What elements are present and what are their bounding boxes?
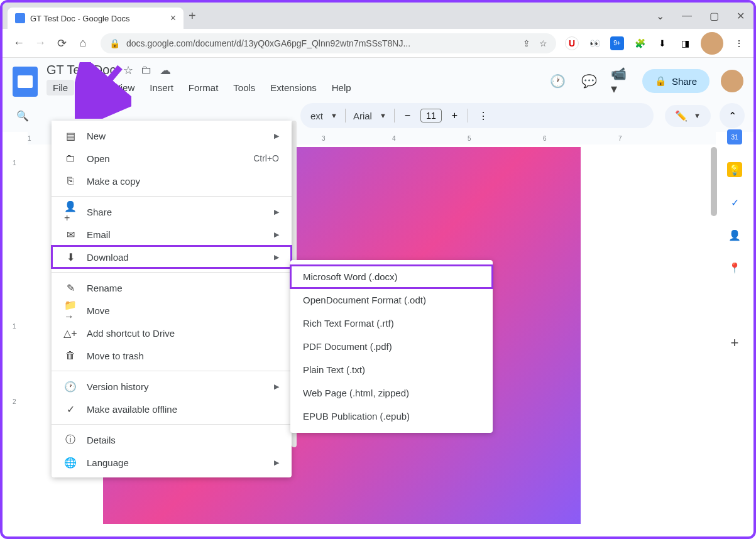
copy-icon: ⎘: [64, 175, 77, 187]
tab-title: GT Test Doc - Google Docs: [30, 14, 170, 23]
annotation-arrow: [75, 62, 131, 119]
side-panel-icon[interactable]: ◨: [678, 36, 692, 50]
mail-icon: ✉: [64, 228, 77, 241]
tasks-app-icon[interactable]: ✓: [727, 195, 742, 210]
meet-icon[interactable]: 📹 ▾: [611, 71, 631, 91]
menu-language[interactable]: 🌐Language▶: [52, 451, 292, 474]
menu-add-shortcut[interactable]: △+Add shortcut to Drive: [52, 322, 292, 344]
new-tab-button[interactable]: +: [189, 9, 196, 23]
reload-button[interactable]: ⟳: [53, 35, 70, 52]
move-icon: 📁→: [64, 304, 77, 317]
profile-avatar[interactable]: [701, 32, 723, 55]
browser-tab-bar: GT Test Doc - Google Docs × + ⌄ — ▢ ✕: [3, 3, 753, 29]
add-addon-icon[interactable]: +: [727, 335, 742, 351]
history-icon[interactable]: 🕐: [548, 71, 568, 91]
font-size-input[interactable]: 11: [420, 109, 442, 122]
chrome-menu-icon[interactable]: ⋮: [732, 36, 746, 50]
chevron-down-icon[interactable]: ▼: [380, 112, 386, 119]
search-tools-icon[interactable]: 🔍: [11, 104, 34, 127]
menu-open[interactable]: 🗀OpenCtrl+O: [52, 147, 292, 170]
menu-share[interactable]: 👤+Share▶: [52, 200, 292, 223]
minimize-button[interactable]: —: [682, 10, 692, 22]
contacts-app-icon[interactable]: 👤: [727, 227, 742, 242]
home-button[interactable]: ⌂: [74, 35, 92, 52]
chevron-down-icon: ▼: [694, 112, 701, 119]
lock-icon: 🔒: [655, 75, 667, 87]
menu-insert[interactable]: Insert: [143, 80, 180, 95]
menu-extensions[interactable]: Extensions: [264, 80, 322, 95]
url-field[interactable]: 🔒 docs.google.com/document/d/13yQ0xGA6pg…: [101, 33, 556, 53]
extension-icon-2[interactable]: 👀: [588, 36, 601, 50]
extensions-puzzle-icon[interactable]: 🧩: [633, 36, 647, 50]
chevron-down-icon[interactable]: ⌄: [656, 10, 664, 22]
style-selector[interactable]: ext: [310, 111, 323, 121]
maps-app-icon[interactable]: 📍: [727, 260, 742, 275]
chevron-right-icon: ▶: [274, 132, 279, 140]
menu-offline[interactable]: ✓Make available offline: [52, 398, 292, 420]
calendar-app-icon[interactable]: 31: [727, 129, 742, 144]
keep-app-icon[interactable]: 💡: [727, 162, 742, 177]
download-pdf[interactable]: PDF Document (.pdf): [290, 335, 493, 358]
move-folder-icon[interactable]: 🗀: [141, 63, 152, 77]
lock-icon: 🔒: [109, 38, 120, 48]
menu-trash[interactable]: 🗑Move to trash: [52, 344, 292, 367]
vertical-ruler[interactable]: 1 1 2: [13, 147, 25, 499]
share-url-icon[interactable]: ⇪: [523, 38, 530, 48]
menu-make-copy[interactable]: ⎘Make a copy: [52, 170, 292, 192]
forward-button[interactable]: →: [31, 35, 49, 52]
ublock-icon[interactable]: U: [565, 36, 579, 50]
svg-line-0: [86, 67, 120, 107]
decrease-font-button[interactable]: −: [402, 107, 413, 124]
maximize-button[interactable]: ▢: [709, 10, 719, 22]
offline-icon: ✓: [64, 403, 77, 415]
back-button[interactable]: ←: [10, 35, 28, 52]
docs-favicon: [15, 13, 25, 23]
docs-logo[interactable]: [13, 67, 38, 97]
account-avatar[interactable]: [721, 70, 743, 92]
download-docx[interactable]: Microsoft Word (.docx): [290, 265, 493, 288]
chevron-down-icon[interactable]: ▼: [331, 112, 337, 119]
download-submenu: Microsoft Word (.docx) OpenDocument Form…: [290, 260, 493, 433]
font-selector[interactable]: Arial: [353, 111, 372, 121]
chevron-right-icon: ▶: [274, 231, 279, 239]
side-panel: 31 💡 ✓ 👤 📍 +: [721, 126, 748, 351]
download-rtf[interactable]: Rich Text Format (.rtf): [290, 312, 493, 335]
pencil-icon: ✏️: [675, 110, 688, 122]
close-tab-icon[interactable]: ×: [170, 13, 176, 24]
chevron-right-icon: ▶: [274, 208, 279, 216]
vertical-scrollbar[interactable]: [711, 147, 717, 216]
increase-font-button[interactable]: +: [449, 107, 460, 124]
menu-new[interactable]: ▤New▶: [52, 124, 292, 147]
drive-add-icon: △+: [64, 327, 77, 339]
file-icon: ▤: [64, 129, 77, 142]
cloud-status-icon[interactable]: ☁: [160, 63, 171, 77]
menu-format[interactable]: Format: [182, 80, 225, 95]
trash-icon: 🗑: [64, 349, 77, 362]
close-window-button[interactable]: ✕: [737, 10, 745, 22]
menu-help[interactable]: Help: [326, 80, 358, 95]
comments-icon[interactable]: 💬: [579, 71, 600, 91]
menu-details[interactable]: ⓘDetails: [52, 428, 292, 451]
menu-rename[interactable]: ✎Rename: [52, 276, 292, 299]
extension-icon-3[interactable]: 9+: [610, 36, 624, 50]
share-button[interactable]: 🔒 Share: [642, 69, 709, 93]
info-icon: ⓘ: [64, 433, 77, 446]
more-tools-icon[interactable]: ⋮: [476, 107, 491, 124]
download-epub[interactable]: EPUB Publication (.epub): [290, 405, 493, 428]
downloads-icon[interactable]: ⬇: [655, 36, 669, 50]
menu-download[interactable]: ⬇Download▶: [52, 246, 292, 268]
browser-tab[interactable]: GT Test Doc - Google Docs ×: [8, 8, 184, 29]
download-txt[interactable]: Plain Text (.txt): [290, 358, 493, 381]
menu-email[interactable]: ✉Email▶: [52, 223, 292, 246]
share-label: Share: [672, 76, 697, 87]
download-odt[interactable]: OpenDocument Format (.odt): [290, 288, 493, 312]
menu-version-history[interactable]: 🕐Version history▶: [52, 375, 292, 398]
collapse-toolbar-button[interactable]: ⌃: [720, 103, 745, 128]
menu-file[interactable]: File: [47, 80, 74, 95]
bookmark-star-icon[interactable]: ☆: [539, 38, 547, 48]
menu-tools[interactable]: Tools: [227, 80, 261, 95]
download-html[interactable]: Web Page (.html, zipped): [290, 381, 493, 405]
menu-move[interactable]: 📁→Move: [52, 299, 292, 322]
editing-mode-button[interactable]: ✏️ ▼: [665, 105, 711, 127]
address-bar: ← → ⟳ ⌂ 🔒 docs.google.com/document/d/13y…: [3, 29, 753, 58]
